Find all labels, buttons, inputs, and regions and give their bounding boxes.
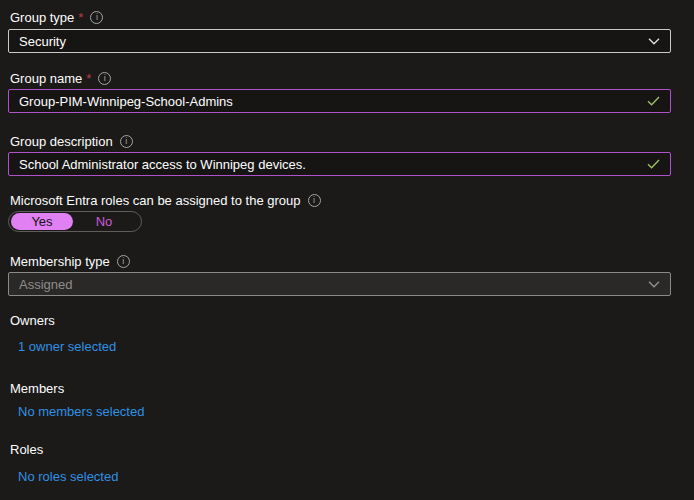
group-name-input-wrap — [8, 89, 671, 113]
entra-roles-label: Microsoft Entra roles can be assigned to… — [10, 193, 301, 208]
group-description-input-wrap — [8, 152, 671, 176]
info-icon-glyph: i — [96, 12, 98, 23]
group-type-label: Group type — [10, 10, 74, 25]
entra-roles-toggle: Yes No — [8, 211, 142, 232]
members-label: Members — [10, 381, 671, 396]
group-type-label-row: Group type * i — [10, 10, 671, 25]
info-icon-glyph: i — [125, 136, 127, 147]
owners-selected-link[interactable]: 1 owner selected — [18, 339, 116, 354]
group-type-value: Security — [19, 34, 66, 49]
owners-label: Owners — [10, 313, 671, 328]
info-icon-glyph: i — [104, 73, 106, 84]
checkmark-icon — [647, 159, 660, 169]
checkmark-icon — [647, 96, 660, 106]
membership-type-value: Assigned — [19, 277, 72, 292]
required-asterisk: * — [86, 71, 91, 86]
info-icon[interactable]: i — [308, 194, 321, 207]
info-icon-glyph: i — [313, 195, 315, 206]
membership-type-label-row: Membership type i — [10, 254, 671, 269]
info-icon[interactable]: i — [120, 135, 133, 148]
membership-type-dropdown: Assigned — [8, 272, 671, 296]
group-description-label: Group description — [10, 134, 113, 149]
roles-selected-link[interactable]: No roles selected — [18, 469, 118, 484]
info-icon-glyph: i — [122, 256, 124, 267]
info-icon[interactable]: i — [98, 72, 111, 85]
chevron-down-icon — [648, 38, 660, 45]
entra-roles-label-row: Microsoft Entra roles can be assigned to… — [10, 193, 671, 208]
info-icon[interactable]: i — [90, 11, 103, 24]
group-name-input[interactable] — [9, 90, 647, 112]
group-name-label-row: Group name * i — [10, 71, 671, 86]
group-description-label-row: Group description i — [10, 134, 671, 149]
toggle-no-button[interactable]: No — [73, 213, 135, 230]
roles-label: Roles — [10, 442, 671, 457]
info-icon[interactable]: i — [117, 255, 130, 268]
membership-type-label: Membership type — [10, 254, 110, 269]
required-asterisk: * — [78, 10, 83, 25]
toggle-yes-button[interactable]: Yes — [11, 213, 73, 230]
group-description-input[interactable] — [9, 153, 647, 175]
group-name-label: Group name — [10, 71, 82, 86]
chevron-down-icon — [648, 281, 660, 288]
members-selected-link[interactable]: No members selected — [18, 404, 144, 419]
group-type-dropdown[interactable]: Security — [8, 29, 671, 53]
new-group-form: Group type * i Security Group name * i G… — [0, 0, 694, 500]
